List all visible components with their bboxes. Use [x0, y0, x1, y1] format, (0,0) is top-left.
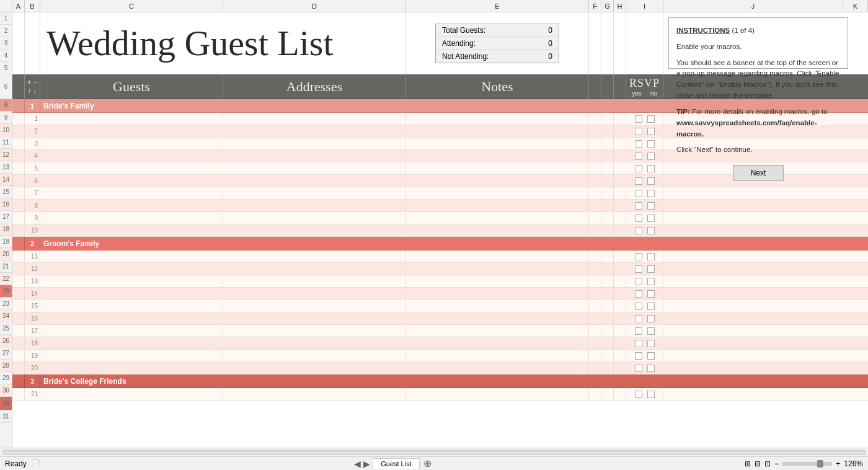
header-controls[interactable]: + − ↑ ↓ — [25, 74, 40, 99]
cell-notes-20[interactable] — [406, 362, 589, 374]
cell-notes-2[interactable] — [406, 125, 589, 137]
data-row-18[interactable]: 18 — [12, 337, 868, 350]
cell-notes-15[interactable] — [406, 300, 589, 312]
cell-address-16[interactable] — [223, 313, 406, 324]
cell-notes-7[interactable] — [406, 187, 589, 199]
cell-guest-8[interactable] — [40, 200, 223, 211]
cell-address-9[interactable] — [223, 212, 406, 224]
cell-guest-16[interactable] — [40, 313, 223, 324]
tab-guest-list[interactable]: Guest List — [373, 458, 420, 469]
view-normal-icon[interactable]: ⊞ — [745, 459, 751, 468]
rsvp-no-cb-1[interactable] — [647, 115, 655, 123]
rsvp-no-cb-20[interactable] — [647, 365, 655, 372]
rsvp-no-cb-4[interactable] — [647, 153, 655, 160]
cell-address-21[interactable] — [223, 388, 406, 400]
cell-address-19[interactable] — [223, 350, 406, 361]
rsvp-yes-cb-8[interactable] — [635, 202, 642, 210]
cell-guest-18[interactable] — [40, 337, 223, 349]
cell-address-1[interactable] — [223, 113, 406, 125]
next-button[interactable]: Next — [733, 165, 784, 181]
data-row-16[interactable]: 16 — [12, 313, 868, 325]
cell-notes-12[interactable] — [406, 263, 589, 275]
rsvp-no-cb-3[interactable] — [647, 140, 655, 148]
cell-address-20[interactable] — [223, 362, 406, 374]
rsvp-yes-cb-3[interactable] — [635, 140, 642, 148]
tab-bar[interactable]: ◀ ▶ Guest List ⊕ — [354, 458, 432, 469]
cell-address-8[interactable] — [223, 200, 406, 211]
rsvp-yes-cb-7[interactable] — [635, 190, 642, 197]
cell-guest-6[interactable] — [40, 175, 223, 187]
rsvp-yes-cb-16[interactable] — [635, 315, 642, 322]
rsvp-no-cb-8[interactable] — [647, 202, 655, 210]
rsvp-no-cb-19[interactable] — [647, 352, 655, 360]
nav-left[interactable]: ◀ — [354, 459, 361, 469]
cell-guest-5[interactable] — [40, 162, 223, 174]
cell-notes-13[interactable] — [406, 275, 589, 287]
h-scrollbar[interactable] — [2, 450, 866, 455]
cell-notes-9[interactable] — [406, 212, 589, 224]
data-row-11[interactable]: 11 — [12, 251, 868, 263]
cell-guest-3[interactable] — [40, 138, 223, 149]
data-row-20[interactable]: 20 — [12, 362, 868, 375]
rsvp-no-cb-15[interactable] — [647, 303, 655, 310]
cell-guest-15[interactable] — [40, 300, 223, 312]
cell-notes-14[interactable] — [406, 288, 589, 299]
cell-notes-21[interactable] — [406, 388, 589, 400]
rsvp-yes-cb-21[interactable] — [635, 391, 642, 398]
data-row-9[interactable]: 9 — [12, 212, 868, 224]
rsvp-yes-cb-17[interactable] — [635, 327, 642, 335]
nav-right[interactable]: ▶ — [363, 459, 370, 469]
cell-notes-11[interactable] — [406, 251, 589, 262]
cell-address-11[interactable] — [223, 251, 406, 262]
cell-guest-13[interactable] — [40, 275, 223, 287]
cell-notes-16[interactable] — [406, 313, 589, 324]
scroll-bar[interactable] — [0, 448, 868, 456]
view-page-icon[interactable]: ⊟ — [755, 459, 761, 468]
rsvp-yes-cb-11[interactable] — [635, 253, 642, 260]
cell-guest-11[interactable] — [40, 251, 223, 262]
cell-notes-10[interactable] — [406, 224, 589, 236]
rsvp-yes-cb-14[interactable] — [635, 290, 642, 298]
rsvp-no-cb-2[interactable] — [647, 128, 655, 135]
data-row-21[interactable]: 21 — [12, 388, 868, 401]
cell-guest-9[interactable] — [40, 212, 223, 224]
cell-guest-20[interactable] — [40, 362, 223, 374]
rsvp-yes-cb-1[interactable] — [635, 115, 642, 123]
cell-notes-18[interactable] — [406, 337, 589, 349]
cell-notes-1[interactable] — [406, 113, 589, 125]
rsvp-yes-cb-2[interactable] — [635, 128, 642, 135]
cell-address-6[interactable] — [223, 175, 406, 187]
cell-address-12[interactable] — [223, 263, 406, 275]
cell-guest-7[interactable] — [40, 187, 223, 199]
cell-notes-8[interactable] — [406, 200, 589, 211]
rsvp-no-cb-6[interactable] — [647, 177, 655, 185]
data-row-12[interactable]: 12 — [12, 263, 868, 275]
rsvp-no-cb-11[interactable] — [647, 253, 655, 260]
data-row-10[interactable]: 10 — [12, 224, 868, 237]
cell-guest-12[interactable] — [40, 263, 223, 275]
rsvp-no-cb-18[interactable] — [647, 340, 655, 347]
cell-notes-5[interactable] — [406, 162, 589, 174]
cell-address-18[interactable] — [223, 337, 406, 349]
cell-guest-19[interactable] — [40, 350, 223, 361]
cell-notes-4[interactable] — [406, 150, 589, 162]
rsvp-no-cb-16[interactable] — [647, 315, 655, 322]
cell-address-10[interactable] — [223, 224, 406, 236]
rsvp-no-cb-13[interactable] — [647, 278, 655, 285]
rsvp-no-cb-14[interactable] — [647, 290, 655, 298]
rsvp-yes-cb-20[interactable] — [635, 365, 642, 372]
rsvp-no-cb-5[interactable] — [647, 165, 655, 172]
data-row-17[interactable]: 17 — [12, 325, 868, 337]
data-row-7[interactable]: 7 — [12, 187, 868, 200]
cell-address-14[interactable] — [223, 288, 406, 299]
rsvp-yes-cb-19[interactable] — [635, 352, 642, 360]
view-break-icon[interactable]: ⊡ — [764, 459, 771, 468]
rsvp-yes-cb-12[interactable] — [635, 265, 642, 273]
cell-notes-3[interactable] — [406, 138, 589, 149]
data-row-14[interactable]: 14 — [12, 288, 868, 300]
rsvp-yes-cb-4[interactable] — [635, 153, 642, 160]
zoom-plus[interactable]: + — [836, 459, 840, 468]
rsvp-yes-cb-9[interactable] — [635, 215, 642, 222]
cell-address-3[interactable] — [223, 138, 406, 149]
cell-guest-10[interactable] — [40, 224, 223, 236]
